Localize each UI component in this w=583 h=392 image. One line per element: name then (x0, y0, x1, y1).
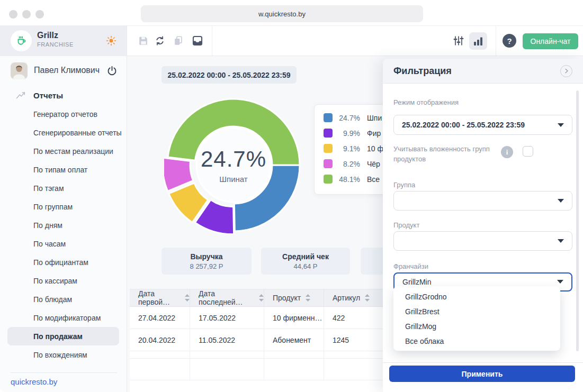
sidebar-item-1[interactable]: Сгенерированные отчеты (0, 123, 127, 142)
product-label: Продукт (393, 221, 572, 229)
metric-title: Выручка (190, 252, 222, 261)
app-window: w.quickresto.by Grillz FRANCHISE (0, 0, 583, 392)
legend-swatch (324, 144, 333, 153)
sort-icon (306, 294, 310, 302)
table-cell: 27.04.2022 (130, 307, 190, 329)
legend-percent: 8.2% (333, 160, 360, 168)
display-mode-label: Режим отображения (393, 98, 572, 106)
chart-view-toggle[interactable] (469, 32, 487, 50)
apply-button[interactable]: Применить (389, 366, 575, 382)
theme-sun-icon[interactable] (105, 35, 117, 47)
save-icon[interactable] (138, 35, 149, 47)
sidebar-item-11[interactable]: По модификаторам (0, 308, 127, 327)
legend-percent: 9.9% (333, 129, 360, 138)
sort-icon (365, 294, 370, 302)
product-select[interactable] (393, 231, 572, 251)
franchise-value: GrillzMin (402, 278, 431, 286)
chevron-down-icon (558, 123, 564, 127)
table-cell: 10 фирменн… (264, 307, 324, 329)
info-glyph: i (506, 148, 508, 157)
filter-panel-body: Режим отображения 25.02.2022 00:00 - 25.… (383, 98, 583, 291)
panel-footer-divider (383, 362, 583, 363)
franchise-option-3[interactable]: Все облака (393, 334, 560, 349)
table-header-cell-1[interactable]: Дата последней… (190, 289, 264, 306)
nested-groups-label: Учитывать вложенность групп продуктов (393, 144, 494, 165)
brand-subtitle: FRANCHISE (37, 41, 74, 48)
sidebar-item-2[interactable]: По местам реализации (0, 142, 127, 160)
sidebar-item-6[interactable]: По дням (0, 216, 127, 234)
trending-up-icon (15, 89, 26, 101)
chevron-right-icon (563, 67, 570, 75)
legend-swatch (324, 159, 333, 168)
table-cell (264, 359, 324, 380)
table-header-cell-2[interactable]: Продукт (264, 289, 324, 306)
sidebar-item-9[interactable]: По кассирам (0, 271, 127, 290)
sidebar-item-4[interactable]: По тэгам (0, 179, 127, 197)
browser-bar: w.quickresto.by (0, 0, 583, 25)
legend-swatch (324, 175, 333, 184)
nested-groups-checkbox[interactable] (523, 146, 533, 157)
sidebar-item-3[interactable]: По типам оплат (0, 160, 127, 179)
chevron-down-icon (558, 199, 564, 203)
table-header-label: Продукт (273, 294, 301, 302)
table-header-cell-0[interactable]: Дата первой… (130, 289, 190, 306)
table-header-label: Дата последней… (199, 289, 254, 306)
franchise-option-0[interactable]: GrillzGrodno (393, 289, 560, 304)
legend-percent: 48.1% (333, 175, 360, 184)
franchise-option-1[interactable]: GrillzBrest (393, 304, 560, 319)
brand-name: Grillz (37, 31, 58, 40)
panel-scrollbar[interactable] (576, 90, 579, 351)
refresh-icon[interactable] (154, 35, 166, 47)
display-mode-select[interactable]: 25.02.2022 00:00 - 25.05.2022 23:59 (393, 115, 572, 135)
sidebar-nav: Генератор отчетовСгенерированные отчетыП… (0, 105, 127, 364)
legend-label: Чёр (367, 160, 380, 168)
period-badge-text: 25.02.2022 00:00 - 25.05.2022 23:59 (168, 71, 291, 79)
legend-label: Фир (367, 129, 381, 138)
address-bar[interactable]: w.quickresto.by (141, 5, 423, 22)
sidebar-item-0[interactable]: Генератор отчетов (0, 105, 127, 123)
legend-swatch (324, 113, 333, 122)
group-select[interactable] (393, 191, 572, 211)
metric-title: Средний чек (282, 252, 329, 261)
quickresto-link[interactable]: quickresto.by (11, 377, 57, 386)
help-glyph: ? (507, 37, 512, 45)
sidebar-section-reports[interactable]: Отчеты (0, 86, 127, 105)
sidebar-item-7[interactable]: По часам (0, 234, 127, 253)
sidebar-item-12[interactable]: По продажам (7, 327, 119, 345)
address-url: w.quickresto.by (258, 10, 306, 18)
online-chat-button[interactable]: Онлайн-чат (523, 33, 578, 49)
filters-sliders-icon[interactable] (453, 35, 464, 47)
legend-percent: 24.7% (333, 114, 360, 122)
period-badge: 25.02.2022 00:00 - 25.05.2022 23:59 (162, 66, 297, 84)
filter-panel-header: Фильтрация (383, 59, 583, 84)
chevron-down-icon (558, 239, 564, 243)
help-icon[interactable]: ? (503, 34, 516, 48)
sidebar-item-13[interactable]: По вхождениям (0, 345, 127, 364)
online-chat-label: Онлайн-чат (531, 37, 571, 45)
inbox-tray-icon[interactable] (192, 35, 203, 47)
legend-label: Шпи (367, 114, 382, 122)
table-header-label: Артикул (333, 294, 360, 302)
brand-logo (11, 30, 32, 51)
user-name: Павел Климович (34, 66, 100, 75)
sidebar-item-5[interactable]: По группам (0, 197, 127, 216)
legend-label: Все (367, 175, 380, 184)
user-row: Павел Климович (0, 56, 127, 86)
sidebar-header: Grillz FRANCHISE (0, 26, 127, 56)
group-label: Группа (393, 181, 572, 189)
sidebar-item-10[interactable]: По блюдам (0, 290, 127, 308)
donut-chart: 24.7% Шпинат (164, 96, 303, 234)
franchise-option-2[interactable]: GrillzMog (393, 319, 560, 334)
copy-icon[interactable] (173, 35, 184, 47)
info-icon[interactable]: i (501, 146, 513, 158)
topbar-divider (212, 26, 212, 56)
sidebar-item-8[interactable]: По официантам (0, 253, 127, 271)
legend-percent: 9.1% (333, 144, 360, 153)
collapse-panel-button[interactable] (560, 65, 572, 77)
logout-power-icon[interactable] (106, 65, 118, 76)
topbar-divider (496, 26, 496, 56)
metric-card-revenue: Выручка 8 257,92 Р (162, 248, 252, 275)
sidebar-divider (11, 372, 117, 373)
topbar: ? Онлайн-чат (127, 26, 583, 56)
franchise-options-dropdown: GrillzGrodnoGrillzBrestGrillzMogВсе обла… (393, 286, 560, 351)
